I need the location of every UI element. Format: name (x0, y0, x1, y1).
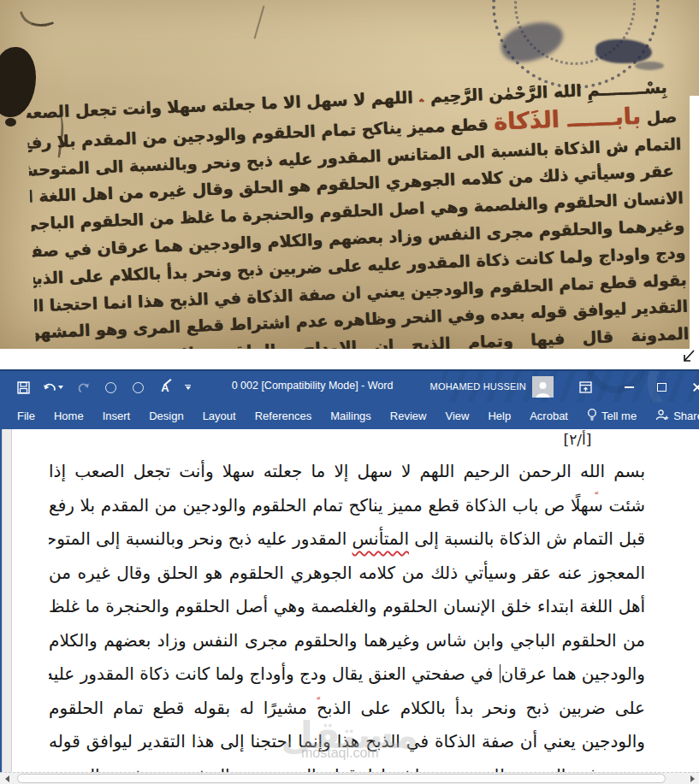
tab-mailings[interactable]: Mailings (321, 402, 381, 429)
tab-home[interactable]: Home (44, 402, 93, 429)
redo-icon-disabled (75, 380, 91, 395)
ink-smudge (595, 39, 652, 63)
scrollbar-track[interactable] (14, 773, 685, 784)
window-title: 0 002 [Compatibility Mode] - Word (214, 380, 411, 392)
share-label: Share (673, 410, 699, 422)
manuscript-scan-pane: بِسْــــــــمِ الله الرَّحْمٰن الرَّحِيم… (0, 0, 699, 369)
ink-smudge (635, 62, 664, 70)
scroll-left-arrow[interactable] (0, 773, 14, 784)
tell-me-box[interactable]: Tell me (578, 402, 646, 429)
quick-access-toolbar: A (15, 375, 191, 399)
text-segment: في صفحتي العنق يقال ودج وأوداج ولما كانت… (49, 663, 499, 684)
resize-cursor-arrow (680, 347, 697, 366)
margin-scribble (20, 3, 54, 32)
tab-insert[interactable]: Insert (93, 402, 140, 429)
text-line: بسم الله الرحمن الرحيم اللهم لا سهل إلا … (49, 455, 645, 489)
horizontal-scrollbar[interactable] (0, 772, 699, 784)
lightbulb-icon (587, 408, 597, 424)
tab-file[interactable]: File (8, 402, 44, 429)
text-line: قبل التمام ش الذكاة بالنسبة إلى المتأنس … (49, 522, 645, 557)
chapter-heading-red: بابــــــ الذَكاة (494, 103, 642, 135)
share-button[interactable]: Share (646, 402, 699, 429)
tab-help[interactable]: Help (478, 402, 520, 429)
pane-gap (0, 349, 699, 369)
tab-references[interactable]: References (246, 402, 321, 429)
tab-design[interactable]: Design (139, 402, 193, 429)
minimize-button[interactable] (613, 371, 644, 402)
format-pen-icon[interactable]: A (157, 380, 173, 395)
manuscript-text: بِسْــــــــمِ الله الرَّحْمٰن الرَّحِيم (424, 78, 667, 106)
ribbon-display-options-button[interactable] (570, 371, 601, 402)
undo-button[interactable] (43, 381, 63, 393)
ink-dot (5, 118, 16, 127)
manuscript-paper: بِسْــــــــمِ الله الرَّحْمٰن الرَّحِيم… (0, 0, 699, 349)
ribbon-tab-row: File Home Insert Design Layout Reference… (0, 402, 699, 429)
text-cursor (500, 664, 501, 683)
user-avatar[interactable] (532, 376, 554, 398)
text-line: شئت سهلًا ص باب الذكاة قطع مميز يناكح تم… (49, 489, 645, 523)
manuscript-text-block: بِسْــــــــمِ الله الرَّحْمٰن الرَّحِيم… (27, 74, 690, 349)
watermark-domain: mostaql.com (301, 746, 379, 761)
text-segment: قبل التمام ش الذكاة بالنسبة إلى (409, 528, 645, 549)
page-left-gutter (2, 429, 12, 784)
tab-layout[interactable]: Layout (193, 402, 246, 429)
scan-background (690, 96, 699, 349)
text-line: المعجوز عنه عقر وسيأتي ذلك من كلامه الجو… (49, 557, 645, 591)
undo-dropdown-chevron[interactable] (58, 386, 63, 389)
maximize-button[interactable] (646, 371, 677, 402)
scroll-right-arrow[interactable] (685, 773, 699, 784)
circle-icon[interactable] (103, 380, 118, 395)
manuscript-text: صل (641, 107, 678, 127)
document-edit-area[interactable]: [أ/٢] بسم الله الرحمن الرحيم اللهم لا سه… (0, 429, 699, 784)
pencil-mark (254, 5, 265, 38)
scrollbar-thumb[interactable] (17, 774, 666, 783)
text-segment: والودجين هما عرقان (501, 663, 645, 684)
close-button[interactable] (682, 371, 699, 402)
text-line: أهل اللغة ابتداء خلق الإنسان الحلقوم وال… (49, 590, 645, 624)
word-window: A 0 002 [Compatibility Mode] - Word MOHA… (0, 369, 699, 784)
tab-review[interactable]: Review (381, 402, 436, 429)
customize-quick-access-icon[interactable] (185, 385, 191, 391)
circle-icon[interactable] (130, 380, 145, 395)
tab-view[interactable]: View (435, 402, 478, 429)
text-line: من الحلقوم الباجي وابن شاس وغيرهما والحل… (49, 624, 645, 658)
share-person-plus-icon (655, 409, 669, 423)
title-bar: A 0 002 [Compatibility Mode] - Word MOHA… (0, 369, 699, 402)
text-line: والودجين هما عرقان في صفحتي العنق يقال و… (49, 657, 645, 692)
signed-in-user[interactable]: MOHAMED HUSSEIN (425, 381, 526, 392)
text-segment: المقدور عليه ذبح ونحر وبالنسبة إلى المتو… (49, 528, 352, 549)
spellcheck-flagged-word: المتأنس (352, 528, 409, 549)
save-icon[interactable] (15, 380, 31, 395)
tab-acrobat[interactable]: Acrobat (520, 402, 578, 429)
tell-me-label: Tell me (601, 410, 637, 422)
